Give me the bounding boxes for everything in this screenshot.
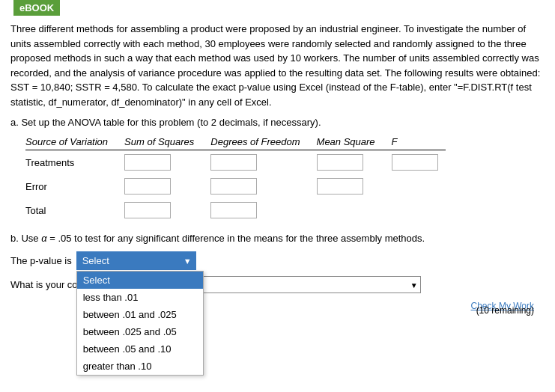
dropdown-item-01-025[interactable]: between .01 and .025 [77, 306, 203, 323]
pvalue-dropdown: Select less than .01 between .01 and .02… [76, 271, 204, 376]
error-df-input[interactable] [210, 178, 257, 195]
pvalue-row: The p-value is Select less than .01 betw… [10, 251, 545, 270]
col-header-ms: Mean Square [314, 134, 389, 150]
treatments-df-input[interactable] [210, 154, 257, 171]
col-header-ss: Sum of Squares [121, 134, 207, 150]
part-b-label: b. Use α = .05 to test for any significa… [10, 233, 545, 244]
part-a-label: a. Set up the ANOVA table for this probl… [10, 117, 545, 128]
part-b-section: b. Use α = .05 to test for any significa… [10, 233, 545, 293]
treatments-f-input[interactable] [392, 154, 438, 171]
treatments-ss-input[interactable] [124, 154, 171, 171]
dropdown-item-select[interactable]: Select [77, 272, 203, 289]
conclusion-label-text: What is your co [10, 279, 78, 290]
error-ss-input[interactable] [124, 178, 171, 195]
row-source-error: Error [25, 174, 121, 198]
total-df-input[interactable] [210, 202, 257, 218]
table-row: Total [25, 198, 446, 222]
total-ss-input[interactable] [124, 202, 171, 218]
col-header-df: Degrees of Freedom [207, 134, 313, 150]
col-header-source: Source of Variation [25, 134, 121, 150]
dropdown-item-lt01[interactable]: less than .01 [77, 289, 203, 306]
passage-text: Three different methods for assembling a… [10, 22, 545, 109]
table-row: Error [25, 174, 446, 198]
error-ms-input[interactable] [317, 178, 363, 195]
treatments-ms-input[interactable] [317, 154, 363, 171]
remaining-text: (10 remaining) [476, 305, 534, 316]
dropdown-item-05-10[interactable]: between .05 and .10 [77, 340, 203, 358]
row-source-total: Total [25, 198, 121, 222]
row-source-treatments: Treatments [25, 150, 121, 175]
pvalue-select-wrapper: Select less than .01 between .01 and .02… [76, 251, 196, 270]
dropdown-item-025-05[interactable]: between .025 and .05 [77, 323, 203, 340]
anova-table: Source of Variation Sum of Squares Degre… [25, 134, 446, 222]
dropdown-item-gt10[interactable]: greater than .10 [77, 358, 203, 375]
table-row: Treatments [25, 150, 446, 175]
col-header-f: F [389, 134, 446, 150]
ebook-badge: eBOOK [13, 0, 60, 16]
pvalue-select[interactable]: Select less than .01 between .01 and .02… [76, 251, 196, 270]
pvalue-label-text: The p-value is [10, 255, 72, 266]
